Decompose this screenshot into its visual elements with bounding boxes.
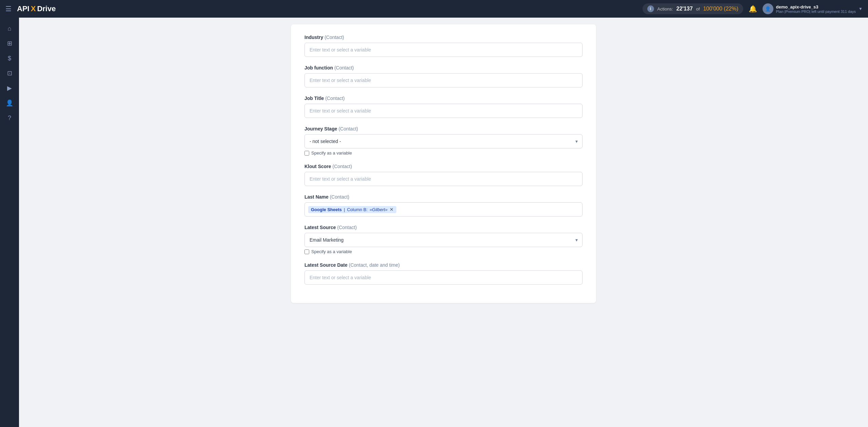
field-klout-score-label: Klout Score (Contact) xyxy=(304,164,583,169)
form-panel: Industry (Contact) Job function (Contact… xyxy=(291,24,596,303)
sidebar-home[interactable]: ⌂ xyxy=(3,22,16,35)
journey-stage-specify[interactable]: Specify as a variable xyxy=(304,150,583,156)
field-job-function-label: Job function (Contact) xyxy=(304,65,583,70)
actions-total: 100'000 (22%) xyxy=(703,6,738,12)
sidebar-youtube[interactable]: ▶ xyxy=(3,81,16,95)
actions-of: of xyxy=(696,6,700,12)
field-job-title-context: (Contact) xyxy=(325,96,345,101)
journey-stage-select-wrapper: - not selected - ▾ xyxy=(304,134,583,148)
job-title-input[interactable] xyxy=(304,104,583,118)
latest-source-specify-label: Specify as a variable xyxy=(311,249,352,254)
tag-value: «Gilbert» xyxy=(370,207,388,212)
field-journey-stage-context: (Contact) xyxy=(338,126,358,131)
avatar: 👤 xyxy=(763,3,773,14)
sidebar: ⌂ ⊞ $ ⊡ ▶ 👤 ? xyxy=(0,18,19,427)
user-area[interactable]: 👤 demo_apix-drive_s3 Plan |Premium PRO| … xyxy=(763,3,863,14)
latest-source-specify[interactable]: Specify as a variable xyxy=(304,249,583,254)
journey-stage-specify-label: Specify as a variable xyxy=(311,150,352,156)
field-latest-source-context: (Contact) xyxy=(337,225,357,230)
actions-badge: i Actions: 22'137 of 100'000 (22%) xyxy=(643,3,743,14)
field-industry-context: (Contact) xyxy=(324,35,344,40)
sidebar-briefcase[interactable]: ⊡ xyxy=(3,66,16,80)
field-latest-source: Latest Source (Contact) Email Marketing … xyxy=(304,225,583,254)
tag-column: Column B: xyxy=(347,207,368,212)
tag-source: Google Sheets xyxy=(311,207,342,212)
last-name-tag: Google Sheets | Column B: «Gilbert» ✕ xyxy=(308,206,396,213)
sidebar-dollar[interactable]: $ xyxy=(3,52,16,65)
logo: APIXDrive xyxy=(17,4,56,13)
journey-stage-checkbox[interactable] xyxy=(304,151,309,156)
latest-source-select[interactable]: Email Marketing xyxy=(304,233,583,247)
field-last-name: Last Name (Contact) Google Sheets | Colu… xyxy=(304,194,583,217)
latest-source-checkbox[interactable] xyxy=(304,249,309,254)
field-latest-source-date-context: (Contact, date and time) xyxy=(349,262,400,268)
bell-icon[interactable]: 🔔 xyxy=(749,5,757,13)
field-latest-source-label: Latest Source (Contact) xyxy=(304,225,583,230)
journey-stage-select[interactable]: - not selected - xyxy=(304,134,583,148)
field-journey-stage-label: Journey Stage (Contact) xyxy=(304,126,583,131)
latest-source-select-wrapper: Email Marketing ▾ xyxy=(304,233,583,247)
logo-api: API xyxy=(17,4,29,13)
menu-icon[interactable]: ☰ xyxy=(5,5,12,13)
last-name-tag-field[interactable]: Google Sheets | Column B: «Gilbert» ✕ xyxy=(304,202,583,217)
field-journey-stage: Journey Stage (Contact) - not selected -… xyxy=(304,126,583,156)
job-function-input[interactable] xyxy=(304,73,583,87)
user-plan: Plan |Premium PRO| left until payment 31… xyxy=(776,9,856,14)
tag-close-icon[interactable]: ✕ xyxy=(390,207,394,212)
user-info: demo_apix-drive_s3 Plan |Premium PRO| le… xyxy=(776,4,856,14)
tag-separator: | xyxy=(344,207,345,212)
field-job-title: Job Title (Contact) xyxy=(304,96,583,118)
field-latest-source-date-label: Latest Source Date (Contact, date and ti… xyxy=(304,262,583,268)
field-industry-label: Industry (Contact) xyxy=(304,35,583,40)
logo-x: X xyxy=(31,4,36,13)
field-job-function-context: (Contact) xyxy=(334,65,354,70)
field-klout-score: Klout Score (Contact) xyxy=(304,164,583,186)
field-last-name-context: (Contact) xyxy=(330,194,350,200)
field-latest-source-date: Latest Source Date (Contact, date and ti… xyxy=(304,262,583,285)
user-name: demo_apix-drive_s3 xyxy=(776,4,856,9)
logo-drive: Drive xyxy=(37,4,56,13)
actions-current: 22'137 xyxy=(676,6,693,12)
field-job-title-label: Job Title (Contact) xyxy=(304,96,583,101)
sidebar-diagram[interactable]: ⊞ xyxy=(3,37,16,50)
info-icon: i xyxy=(647,5,654,12)
industry-input[interactable] xyxy=(304,43,583,57)
field-last-name-label: Last Name (Contact) xyxy=(304,194,583,200)
sidebar-user[interactable]: 👤 xyxy=(3,96,16,110)
field-klout-score-context: (Contact) xyxy=(332,164,352,169)
sidebar-help[interactable]: ? xyxy=(3,111,16,125)
field-job-function: Job function (Contact) xyxy=(304,65,583,87)
field-industry: Industry (Contact) xyxy=(304,35,583,57)
actions-label: Actions: xyxy=(657,6,673,12)
klout-score-input[interactable] xyxy=(304,172,583,186)
latest-source-date-input[interactable] xyxy=(304,270,583,285)
content-area: Industry (Contact) Job function (Contact… xyxy=(19,18,868,427)
chevron-down-icon: ▼ xyxy=(859,6,863,11)
topnav: ☰ APIXDrive i Actions: 22'137 of 100'000… xyxy=(0,0,868,18)
